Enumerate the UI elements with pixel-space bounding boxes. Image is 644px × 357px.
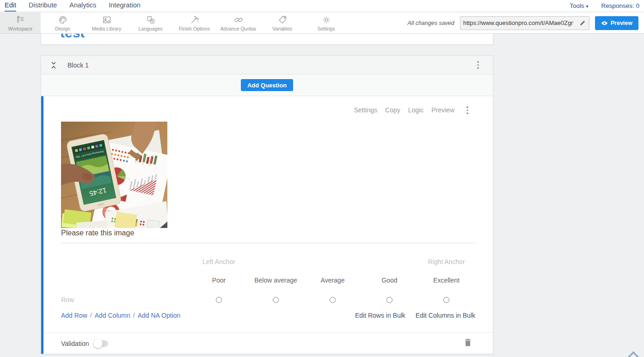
toolbar-tab-design[interactable]: Design [41,12,85,33]
validation-row: Validation [61,332,493,354]
link-separator: / [133,312,135,319]
eye-icon [601,21,608,25]
question-menu-icon[interactable] [465,105,470,115]
edit-columns-in-bulk-link[interactable]: Edit Columns in Bulk [416,312,475,319]
finish-options-icon [190,15,200,25]
nav-item-analytics[interactable]: Analytics [69,0,96,12]
column-header-poor[interactable]: Poor [190,277,247,284]
toolbar-tab-label: Languages [139,26,163,31]
radio-cell-excellent [418,297,475,303]
add-links: Add Row/Add Column/Add NA Option [61,312,180,319]
toolbar-tab-media-library[interactable]: Media Library [85,12,129,33]
survey-title-card: test [41,34,493,45]
advance-quotas-icon [233,15,244,25]
toolbar-tab-label: Design [55,26,70,31]
chevron-up-icon [626,350,640,357]
toolbar-tab-label: Workspace [8,26,32,31]
add-question-button[interactable]: Add Question [241,79,293,91]
radio-button-excellent[interactable] [443,297,449,303]
question-links-row: Add Row/Add Column/Add NA Option Edit Ro… [61,312,475,319]
answer-row: Row [61,294,475,305]
block-card: Block 1 Add Question SettingsCopyLogicPr… [41,55,493,354]
radio-button-poor[interactable] [216,297,222,303]
add-question-strip: Add Question [41,74,493,96]
pencil-icon [579,20,586,26]
radio-button-good[interactable] [386,297,393,303]
toolbar-tab-advance-quotas[interactable]: Advance Quotas [216,12,260,33]
preview-button[interactable]: Preview [595,16,638,30]
preview-label: Preview [611,20,632,26]
trash-icon [465,339,471,346]
radio-button-below-average[interactable] [273,297,279,303]
question-card: SettingsCopyLogicPreview [41,96,493,354]
left-anchor-field[interactable]: Left Anchor [190,258,247,265]
radio-button-average[interactable] [330,297,336,303]
toolbar-tab-variables[interactable]: Variables [260,12,304,33]
column-header-average[interactable]: Average [304,277,361,284]
add-column-link[interactable]: Add Column [95,312,130,319]
survey-url-box [460,16,589,30]
block-menu-icon[interactable] [476,60,480,70]
responses-count[interactable]: Responses: 0 [601,2,639,9]
settings-icon [321,15,331,25]
toolbar-tab-workspace[interactable]: Workspace [0,12,41,33]
question-menu-settings[interactable]: Settings [354,106,377,114]
radio-cell-good [361,297,418,303]
workspace-icon [15,15,25,25]
nav-menu: EditDistributeAnalyticsIntegration [5,0,141,12]
tools-label: Tools [570,2,584,9]
nav-right: Tools ▾ Responses: 0 [570,2,639,9]
variables-icon [277,15,288,25]
toolbar-tab-label: Media Library [92,26,122,31]
radio-cell-poor [190,297,247,303]
chevron-down-icon: ▾ [586,4,588,9]
autosave-status: All changes saved [407,20,454,26]
nav-item-distribute[interactable]: Distribute [29,0,57,12]
column-header-below-average[interactable]: Below average [247,277,304,284]
edit-url-button[interactable] [576,17,589,30]
column-header-good[interactable]: Good [361,277,418,284]
validation-toggle[interactable] [94,340,108,347]
radio-cell-average [304,297,361,303]
radio-cell-below-average [247,297,304,303]
svg-text:*: * [148,16,150,20]
question-menu-preview[interactable]: Preview [431,106,454,114]
toolbar-tab-settings[interactable]: Settings [304,12,348,33]
survey-title[interactable]: test [60,34,493,40]
toggle-knob [93,339,103,348]
languages-icon: *A [146,15,156,25]
toolbar-right: All changes saved Preview [407,12,644,33]
toolbar-tab-languages[interactable]: *ALanguages [129,12,172,33]
nav-item-edit[interactable]: Edit [5,0,16,12]
question-text[interactable]: Please rate this image [61,229,475,243]
validation-label: Validation [61,340,89,347]
right-anchor-field[interactable]: Right Anchor [418,258,475,265]
column-header-excellent[interactable]: Excellent [418,277,475,284]
question-menu: SettingsCopyLogicPreview [354,105,470,115]
svg-text:A: A [151,19,153,23]
collapse-block-icon[interactable] [50,62,57,69]
add-row-link[interactable]: Add Row [61,312,87,319]
question-menu-copy[interactable]: Copy [385,106,400,114]
block-header: Block 1 [41,56,493,74]
column-header-row: PoorBelow averageAverageGoodExcellent [61,277,475,284]
toolbar-tab-label: Variables [272,26,292,31]
survey-editor-content: test Block 1 Add Question SettingsCopyLo… [0,34,644,357]
scroll-top-button[interactable] [626,350,640,357]
toolbar-tab-label: Finish Options [179,26,210,31]
toolbar-tab-finish-options[interactable]: Finish Options [172,12,216,33]
question-menu-logic[interactable]: Logic [408,106,423,114]
block-title[interactable]: Block 1 [67,62,89,69]
toolbar-tab-label: Settings [318,26,335,31]
edit-rows-in-bulk-link[interactable]: Edit Rows in Bulk [355,312,405,319]
bulk-edit-links: Edit Rows in BulkEdit Columns in Bulk [355,312,475,319]
nav-item-integration[interactable]: Integration [109,0,141,12]
tools-dropdown[interactable]: Tools ▾ [570,2,588,9]
delete-question-button[interactable] [465,339,471,348]
survey-url-input[interactable] [460,17,576,30]
question-photo: 50% [61,122,167,228]
toolbar-tab-label: Advance Quotas [221,26,257,31]
anchor-row: Left AnchorRight Anchor [61,258,475,265]
add-na-option-link[interactable]: Add NA Option [138,312,181,319]
row-label-field[interactable]: Row [61,296,190,303]
